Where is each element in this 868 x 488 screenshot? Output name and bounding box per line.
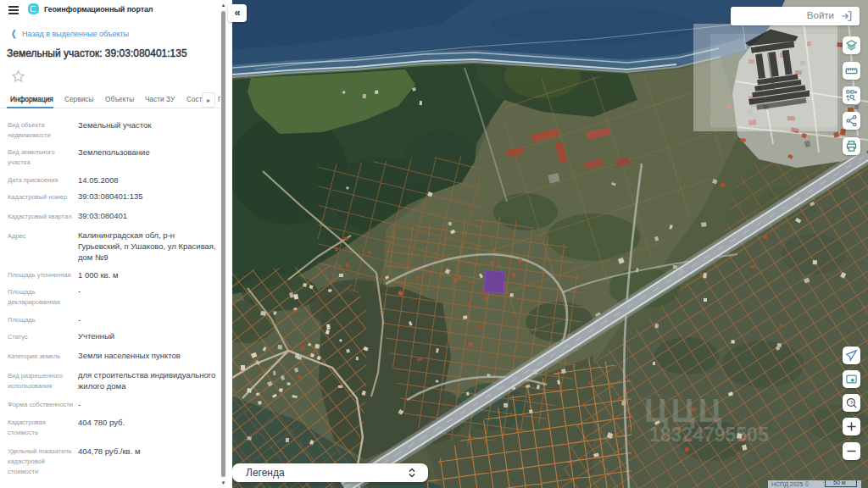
svg-text:18324795505: 18324795505	[649, 424, 769, 446]
